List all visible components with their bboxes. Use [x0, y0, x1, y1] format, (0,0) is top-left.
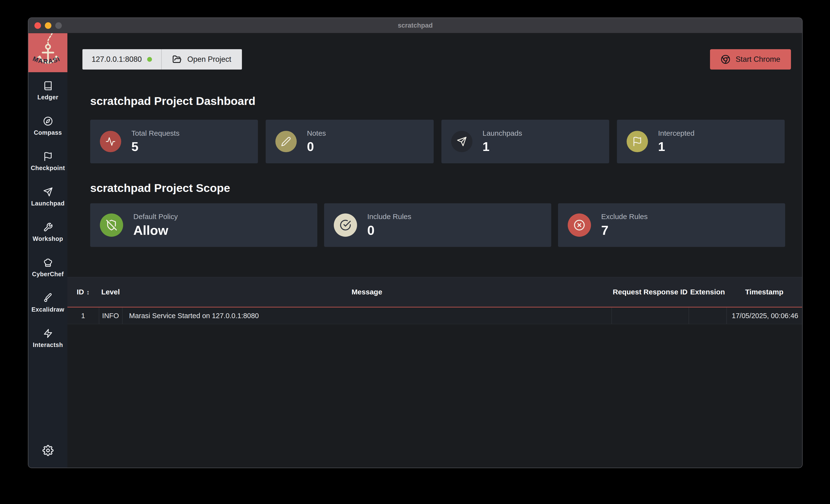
stat-card-launchpads: Launchpads 1 [441, 120, 609, 163]
stat-value: 0 [307, 139, 326, 154]
dashboard-stats-row: Total Requests 5 Notes 0 [90, 120, 785, 163]
sidebar: MARASI Ledger Compass Checkpoint [28, 33, 67, 468]
send-icon [457, 136, 467, 146]
scope-icon-circle [334, 213, 357, 237]
sidebar-item-compass[interactable]: Compass [28, 116, 67, 136]
scope-value: Allow [133, 223, 178, 238]
column-header-request-response-id[interactable]: Request Response ID [612, 277, 689, 307]
sidebar-item-label: Checkpoint [31, 165, 65, 172]
stat-value: 1 [658, 139, 695, 154]
sidebar-item-interactsh[interactable]: Interactsh [28, 329, 67, 348]
send-icon [43, 187, 53, 197]
column-header-timestamp[interactable]: Timestamp [727, 277, 802, 307]
scope-value: 0 [367, 223, 411, 238]
column-header-message[interactable]: Message [122, 277, 612, 307]
flag-icon [43, 152, 53, 161]
column-header-extension[interactable]: Extension [689, 277, 727, 307]
sidebar-item-ledger[interactable]: Ledger [28, 81, 67, 101]
sort-icon: ↕ [87, 289, 90, 296]
column-header-level[interactable]: Level [99, 277, 122, 307]
stat-icon-circle [100, 131, 121, 152]
scope-card-include-rules: Include Rules 0 [324, 203, 551, 247]
scope-label: Default Policy [133, 212, 178, 221]
paintbrush-icon [43, 293, 53, 303]
log-cell-message: Marasi Service Started on 127.0.0.1:8080 [122, 307, 612, 324]
sidebar-item-cyberchef[interactable]: CyberChef [28, 258, 67, 278]
sidebar-item-label: Workshop [33, 235, 63, 242]
traffic-lights [34, 18, 62, 33]
app-window: scratchpad MARASI [28, 18, 803, 468]
log-table: ID↕ Level Message Request Response ID Ex… [67, 277, 802, 324]
shield-off-icon [106, 219, 117, 231]
scope-value: 7 [601, 223, 648, 238]
log-cell-level: INFO [99, 307, 122, 324]
anchor-logo-icon: MARASI [28, 33, 67, 72]
scope-cards-row: Default Policy Allow Include Rules 0 [90, 203, 785, 247]
log-table-header-row: ID↕ Level Message Request Response ID Ex… [67, 277, 802, 307]
scope-heading: scratchpad Project Scope [90, 181, 802, 195]
sidebar-item-workshop[interactable]: Workshop [28, 223, 67, 242]
chef-hat-icon [43, 258, 53, 268]
scope-label: Exclude Rules [601, 212, 648, 221]
scope-card-default-policy: Default Policy Allow [90, 203, 317, 247]
marasi-logo: MARASI [28, 33, 67, 72]
zap-icon [43, 329, 53, 338]
start-chrome-button[interactable]: Start Chrome [710, 49, 791, 70]
sidebar-item-label: Ledger [37, 94, 58, 101]
scope-card-exclude-rules: Exclude Rules 7 [558, 203, 785, 247]
book-icon [43, 81, 53, 91]
column-header-id[interactable]: ID↕ [67, 277, 99, 307]
start-chrome-label: Start Chrome [736, 55, 780, 64]
open-project-label: Open Project [187, 55, 231, 64]
window-title: scratchpad [398, 22, 433, 29]
settings-button[interactable] [42, 445, 54, 456]
log-table-row[interactable]: 1 INFO Marasi Service Started on 127.0.0… [67, 307, 802, 324]
check-circle-icon [340, 219, 351, 231]
stat-label: Total Requests [131, 129, 180, 137]
sidebar-item-checkpoint[interactable]: Checkpoint [28, 152, 67, 172]
stat-label: Launchpads [483, 129, 522, 137]
gear-icon [42, 445, 54, 456]
flag-icon [632, 136, 642, 146]
main-content: 127.0.0.1:8080 Open Project Start Chrome… [67, 33, 802, 468]
title-bar: scratchpad [28, 18, 802, 33]
proxy-status-dot [147, 57, 152, 62]
stat-label: Notes [307, 129, 326, 137]
sidebar-item-label: Interactsh [33, 341, 63, 348]
open-project-button[interactable]: Open Project [162, 49, 242, 70]
sidebar-item-label: Launchpad [31, 200, 65, 207]
sidebar-item-label: CyberChef [32, 271, 64, 278]
log-cell-id: 1 [67, 307, 99, 324]
log-cell-request-response-id [612, 307, 689, 324]
stat-label: Intercepted [658, 129, 695, 137]
stat-card-intercepted: Intercepted 1 [617, 120, 785, 163]
stat-value: 1 [483, 139, 522, 154]
close-window-button[interactable] [34, 22, 41, 29]
sidebar-item-label: Compass [34, 129, 62, 136]
scope-icon-circle [100, 213, 123, 237]
chrome-icon [721, 55, 730, 64]
toolbar: 127.0.0.1:8080 Open Project Start Chrome [83, 49, 791, 70]
stat-value: 5 [131, 139, 180, 154]
folder-open-icon [172, 55, 182, 64]
sidebar-nav: Ledger Compass Checkpoint Launchpad Work… [28, 72, 67, 348]
zoom-window-button[interactable] [55, 22, 62, 29]
log-cell-timestamp: 17/05/2025, 00:06:46 [727, 307, 802, 324]
sidebar-item-launchpad[interactable]: Launchpad [28, 187, 67, 207]
dashboard-heading: scratchpad Project Dashboard [90, 94, 802, 108]
minimize-window-button[interactable] [45, 22, 52, 29]
x-circle-icon [574, 219, 585, 231]
stat-icon-circle [451, 131, 473, 152]
proxy-address: 127.0.0.1:8080 [92, 55, 142, 64]
compass-icon [43, 116, 53, 126]
proxy-control: 127.0.0.1:8080 Open Project [83, 49, 242, 70]
sidebar-item-excalidraw[interactable]: Excalidraw [28, 293, 67, 313]
svg-text:MARASI: MARASI [32, 55, 61, 65]
scope-icon-circle [568, 213, 591, 237]
activity-icon [105, 136, 116, 146]
scope-label: Include Rules [367, 212, 411, 221]
sidebar-item-label: Excalidraw [32, 306, 64, 313]
proxy-address-button[interactable]: 127.0.0.1:8080 [83, 49, 161, 70]
log-cell-extension [689, 307, 727, 324]
stat-card-notes: Notes 0 [266, 120, 434, 163]
